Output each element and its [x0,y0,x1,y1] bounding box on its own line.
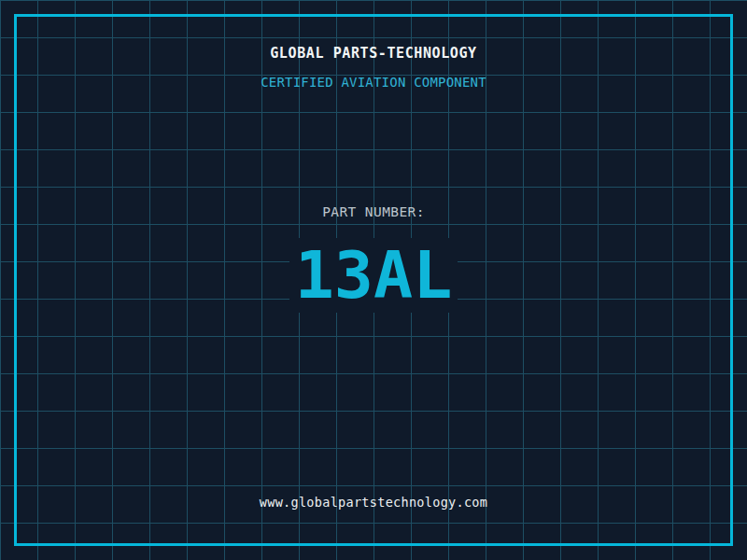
part-number-label: PART NUMBER: [0,204,747,220]
page-title: GLOBAL PARTS-TECHNOLOGY [0,46,747,62]
part-number-value: 13AL [295,243,453,308]
page-subtitle: CERTIFIED AVIATION COMPONENT [0,75,747,90]
part-label-page: GLOBAL PARTS-TECHNOLOGY CERTIFIED AVIATI… [0,0,747,560]
footer-url: www.globalpartstechnology.com [0,496,747,511]
part-number-box: 13AL [289,238,458,313]
